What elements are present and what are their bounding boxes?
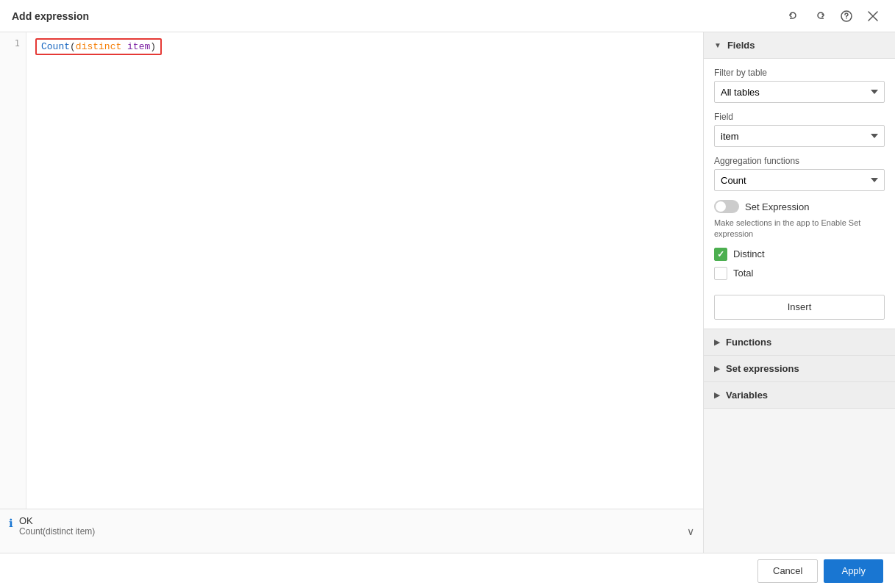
status-text: OK Count(distinct item): [19, 515, 694, 537]
total-row: Total: [714, 267, 885, 280]
set-expression-toggle[interactable]: [714, 200, 739, 213]
code-keyword: distinct: [76, 41, 121, 52]
dialog-body: 1 Count(distinct item) ℹ OK Count(distin…: [0, 32, 895, 553]
functions-section-label: Functions: [726, 337, 771, 348]
code-area[interactable]: Count(distinct item): [26, 32, 703, 509]
svg-point-1: [846, 18, 847, 19]
distinct-row: Distinct: [714, 248, 885, 261]
insert-button[interactable]: Insert: [714, 295, 885, 320]
set-expressions-section-header[interactable]: ▶ Set expressions: [704, 356, 895, 382]
close-button[interactable]: [863, 6, 883, 26]
aggregation-functions-label: Aggregation functions: [714, 156, 885, 166]
filter-by-table-label: Filter by table: [714, 68, 885, 78]
editor-main: 1 Count(distinct item): [0, 32, 703, 509]
variables-section-label: Variables: [726, 390, 768, 401]
filter-by-table-select[interactable]: All tables: [714, 81, 885, 103]
status-chevron-icon[interactable]: ∨: [687, 526, 694, 537]
cancel-button[interactable]: Cancel: [757, 559, 818, 583]
filter-by-table-group: Filter by table All tables: [714, 68, 885, 103]
set-expression-row: Set Expression: [714, 200, 885, 213]
aggregation-functions-select[interactable]: Count Sum Avg Min Max: [714, 169, 885, 191]
set-expressions-section-label: Set expressions: [726, 363, 799, 374]
dialog-title: Add expression: [12, 10, 89, 22]
status-expression: Count(distinct item): [19, 526, 694, 537]
add-expression-dialog: Add expression: [0, 0, 895, 588]
fields-chevron-icon: ▼: [714, 41, 721, 49]
aggregation-functions-group: Aggregation functions Count Sum Avg Min …: [714, 156, 885, 191]
set-expression-label: Set Expression: [745, 201, 809, 212]
fields-section-body: Filter by table All tables Field item Ag…: [704, 59, 895, 329]
field-select[interactable]: item: [714, 125, 885, 147]
line-numbers: 1: [0, 32, 26, 509]
field-label: Field: [714, 112, 885, 122]
code-function: Count: [41, 41, 70, 52]
total-checkbox[interactable]: [714, 267, 727, 280]
status-info-icon: ℹ: [9, 517, 13, 530]
fields-section-header[interactable]: ▼ Fields: [704, 32, 895, 59]
variables-section-header[interactable]: ▶ Variables: [704, 382, 895, 409]
status-ok-label: OK: [19, 515, 694, 526]
dialog-footer: Cancel Apply: [0, 553, 895, 588]
total-label: Total: [733, 268, 753, 279]
undo-button[interactable]: [783, 6, 804, 26]
status-bar: ℹ OK Count(distinct item) ∨: [0, 509, 703, 553]
functions-section-header[interactable]: ▶ Functions: [704, 329, 895, 356]
dialog-header: Add expression: [0, 0, 895, 32]
line-number-1: 1: [15, 38, 20, 49]
code-paren-close: ): [150, 41, 156, 52]
field-group: Field item: [714, 112, 885, 147]
redo-button[interactable]: [810, 6, 830, 26]
variables-chevron-icon: ▶: [714, 391, 720, 399]
code-paren-open: (: [70, 41, 76, 52]
header-actions: [783, 6, 883, 26]
help-button[interactable]: [836, 6, 857, 26]
code-expression[interactable]: Count(distinct item): [35, 38, 162, 55]
apply-button[interactable]: Apply: [824, 559, 883, 583]
functions-chevron-icon: ▶: [714, 338, 720, 346]
editor-area: 1 Count(distinct item) ℹ OK Count(distin…: [0, 32, 704, 553]
right-panel: ▼ Fields Filter by table All tables Fiel…: [704, 32, 895, 553]
set-expressions-chevron-icon: ▶: [714, 365, 720, 373]
code-param: item: [127, 41, 150, 52]
fields-section-label: Fields: [727, 40, 755, 51]
distinct-checkbox[interactable]: [714, 248, 727, 261]
distinct-label: Distinct: [733, 248, 765, 259]
set-expression-hint: Make selections in the app to Enable Set…: [714, 218, 885, 240]
